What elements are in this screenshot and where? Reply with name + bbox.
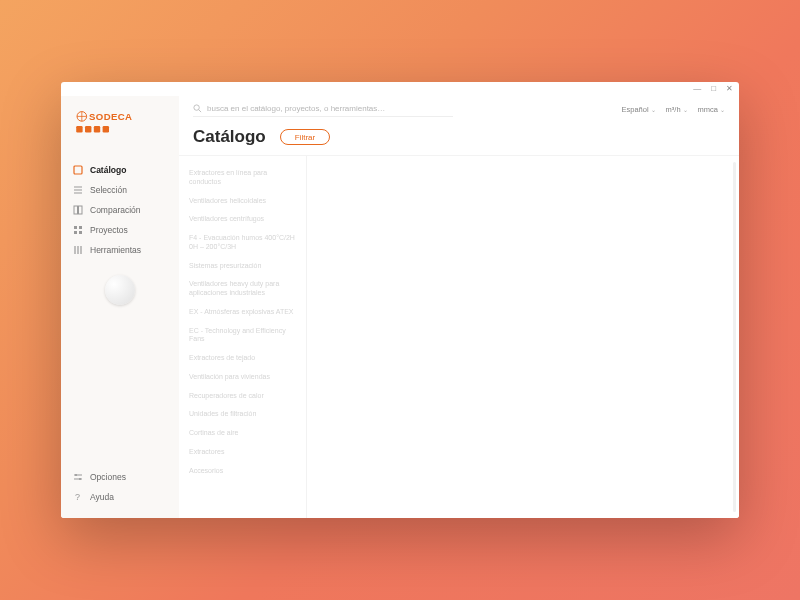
- svg-point-19: [75, 474, 77, 476]
- sidebar: SODECA Catálogo Selección: [61, 96, 179, 518]
- main-nav: Catálogo Selección Comparación Proyectos…: [61, 161, 179, 259]
- list-icon: [73, 185, 83, 195]
- nav-label: Comparación: [90, 205, 141, 215]
- nav-projects[interactable]: Proyectos: [61, 221, 179, 239]
- svg-rect-5: [85, 126, 91, 132]
- svg-point-23: [194, 105, 199, 110]
- svg-rect-14: [74, 226, 77, 229]
- search-input[interactable]: [207, 104, 453, 113]
- footer-nav: Opciones ? Ayuda: [61, 468, 179, 510]
- avatar[interactable]: [105, 275, 135, 305]
- nav-label: Ayuda: [90, 492, 114, 502]
- window-maximize[interactable]: □: [711, 85, 716, 93]
- list-item[interactable]: Cortinas de aire: [189, 424, 296, 443]
- list-item[interactable]: EC - Technology and Efficiency Fans: [189, 322, 296, 350]
- list-item[interactable]: Ventilación para viviendas: [189, 368, 296, 387]
- language-dropdown[interactable]: Español⌄: [621, 105, 655, 114]
- unit2-dropdown[interactable]: mmca⌄: [698, 105, 725, 114]
- svg-text:SODECA: SODECA: [89, 111, 132, 122]
- svg-rect-7: [103, 126, 109, 132]
- detail-pane: [307, 156, 739, 518]
- nav-label: Proyectos: [90, 225, 128, 235]
- compare-icon: [73, 205, 83, 215]
- app-window: — □ ✕ SODECA Catálogo: [61, 82, 739, 518]
- svg-rect-13: [79, 206, 83, 214]
- svg-rect-4: [76, 126, 82, 132]
- unit1-dropdown[interactable]: m³/h⌄: [666, 105, 688, 114]
- list-item[interactable]: Ventiladores helicoidales: [189, 192, 296, 211]
- chevron-down-icon: ⌄: [651, 106, 656, 113]
- nav-label: Opciones: [90, 472, 126, 482]
- list-item[interactable]: Ventiladores centrífugos: [189, 210, 296, 229]
- nav-options[interactable]: Opciones: [61, 468, 179, 486]
- window-close[interactable]: ✕: [726, 85, 733, 93]
- page-header: Catálogo Filtrar: [179, 117, 739, 155]
- help-icon: ?: [73, 492, 83, 502]
- chevron-down-icon: ⌄: [720, 106, 725, 113]
- nav-label: Catálogo: [90, 165, 126, 175]
- svg-rect-16: [74, 231, 77, 234]
- nav-compare[interactable]: Comparación: [61, 201, 179, 219]
- titlebar: — □ ✕: [61, 82, 739, 96]
- page-title: Catálogo: [193, 127, 266, 147]
- catalog-icon: [73, 165, 83, 175]
- topbar: Español⌄ m³/h⌄ mmca⌄: [179, 96, 739, 117]
- list-item[interactable]: Unidades de filtración: [189, 405, 296, 424]
- svg-text:?: ?: [75, 492, 80, 502]
- list-item[interactable]: Recuperadores de calor: [189, 387, 296, 406]
- logo: SODECA: [61, 106, 179, 155]
- nav-help[interactable]: ? Ayuda: [61, 488, 179, 506]
- svg-rect-6: [94, 126, 100, 132]
- svg-rect-17: [79, 231, 82, 234]
- list-item[interactable]: Sistemas presurización: [189, 257, 296, 276]
- list-item[interactable]: F4 - Evacuación humos 400°C/2H 0H – 200°…: [189, 229, 296, 257]
- list-item[interactable]: Accesorios: [189, 462, 296, 481]
- search[interactable]: [193, 102, 453, 117]
- grid-icon: [73, 225, 83, 235]
- nav-tools[interactable]: Herramientas: [61, 241, 179, 259]
- sliders-icon: [73, 472, 83, 482]
- content: Extractores en línea para conductos Vent…: [179, 155, 739, 518]
- list-item[interactable]: EX - Atmósferas explosivas ATEX: [189, 303, 296, 322]
- main: Español⌄ m³/h⌄ mmca⌄ Catálogo Filtrar Ex…: [179, 96, 739, 518]
- list-item[interactable]: Ventiladores heavy duty para aplicacione…: [189, 275, 296, 303]
- svg-rect-8: [74, 166, 82, 174]
- nav-label: Selección: [90, 185, 127, 195]
- list-item[interactable]: Extractores en línea para conductos: [189, 164, 296, 192]
- nav-selection[interactable]: Selección: [61, 181, 179, 199]
- tools-icon: [73, 245, 83, 255]
- chevron-down-icon: ⌄: [683, 106, 688, 113]
- svg-rect-12: [74, 206, 78, 214]
- list-item[interactable]: Extractores: [189, 443, 296, 462]
- nav-label: Herramientas: [90, 245, 141, 255]
- window-minimize[interactable]: —: [693, 85, 701, 93]
- list-item[interactable]: Extractores de tejado: [189, 349, 296, 368]
- search-icon: [193, 104, 202, 113]
- nav-catalog[interactable]: Catálogo: [61, 161, 179, 179]
- logo-icon: SODECA: [73, 110, 145, 137]
- svg-rect-15: [79, 226, 82, 229]
- category-list[interactable]: Extractores en línea para conductos Vent…: [179, 156, 307, 518]
- filter-button[interactable]: Filtrar: [280, 129, 330, 145]
- svg-point-21: [79, 478, 81, 480]
- svg-line-24: [199, 110, 202, 113]
